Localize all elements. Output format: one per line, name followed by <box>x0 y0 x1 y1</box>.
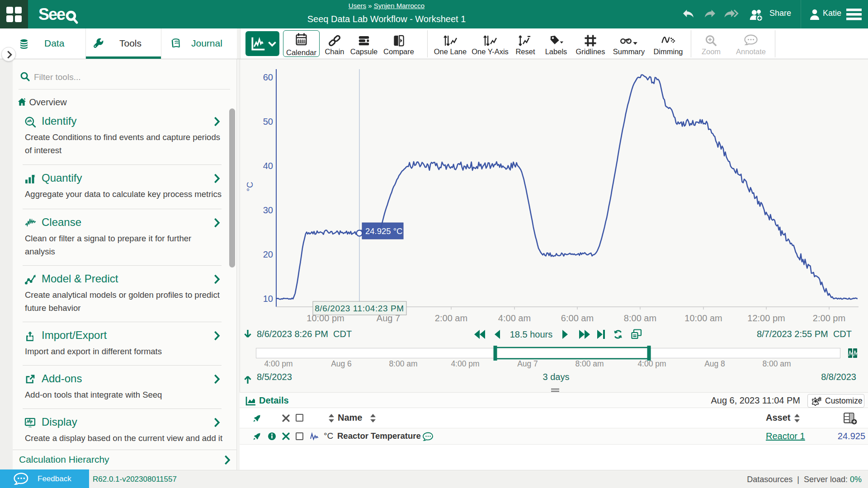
svg-text:°C: °C <box>245 182 255 191</box>
svg-text:8:00 am: 8:00 am <box>389 359 417 368</box>
svg-text:8/6/2023 11:04:23 PM: 8/6/2023 11:04:23 PM <box>315 304 404 313</box>
svg-text:4:00 pm: 4:00 pm <box>451 359 479 368</box>
svg-text:8/8/2023: 8/8/2023 <box>821 372 856 382</box>
svg-text:Aug 6: Aug 6 <box>331 359 352 368</box>
svg-text:8:00 am: 8:00 am <box>575 359 604 368</box>
svg-text:10:00 am: 10:00 am <box>684 313 722 323</box>
svg-text:2:00 am: 2:00 am <box>435 313 467 323</box>
svg-text:3 days: 3 days <box>543 372 570 382</box>
svg-text:10: 10 <box>263 294 273 304</box>
svg-text:Aug 7: Aug 7 <box>517 359 538 368</box>
svg-text:40: 40 <box>263 161 273 171</box>
svg-text:8/5/2023: 8/5/2023 <box>257 372 292 382</box>
svg-text:Aug 8: Aug 8 <box>704 359 725 368</box>
svg-text:4:00 pm: 4:00 pm <box>637 359 666 368</box>
svg-text:60: 60 <box>263 72 273 82</box>
svg-text:6:00 am: 6:00 am <box>561 313 594 323</box>
svg-text:20: 20 <box>263 249 273 259</box>
svg-text:8:00 am: 8:00 am <box>624 313 656 323</box>
svg-text:18.5 hours: 18.5 hours <box>510 329 553 339</box>
svg-text:24.925 °C: 24.925 °C <box>365 226 402 236</box>
svg-text:8/6/2023 8:26 PM CDT: 8/6/2023 8:26 PM CDT <box>257 329 352 339</box>
svg-text:2:00 pm: 2:00 pm <box>813 313 845 323</box>
svg-text:8/7/2023 2:55 PM CDT: 8/7/2023 2:55 PM CDT <box>757 329 852 339</box>
svg-text:50: 50 <box>263 117 273 127</box>
svg-text:30: 30 <box>263 205 273 215</box>
svg-text:12:00 pm: 12:00 pm <box>747 313 785 323</box>
svg-text:4:00 am: 4:00 am <box>498 313 531 323</box>
svg-text:8:00 am: 8:00 am <box>762 359 791 368</box>
svg-text:4:00 pm: 4:00 pm <box>264 359 292 368</box>
